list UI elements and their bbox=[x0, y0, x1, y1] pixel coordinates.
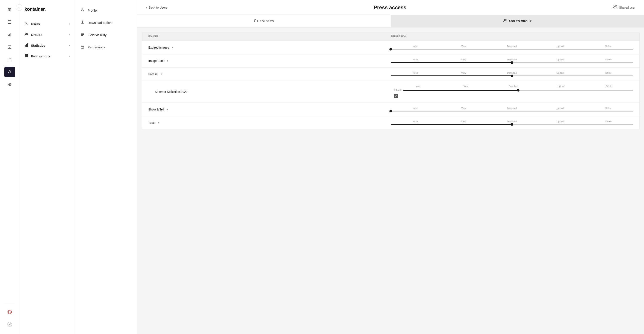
label-upload: Upload bbox=[536, 72, 584, 74]
svg-rect-2 bbox=[10, 33, 12, 36]
add-group-icon bbox=[503, 19, 507, 24]
perm-labels: None View Download Upload Delete bbox=[391, 120, 633, 123]
nav-groups[interactable]: Groups › bbox=[19, 29, 75, 40]
label-view: View bbox=[440, 45, 488, 48]
show-tell-label: Show & Tell bbox=[148, 108, 164, 111]
slider-thumb[interactable] bbox=[511, 61, 513, 64]
gear-icon[interactable]: ⚙ bbox=[4, 79, 15, 90]
perm-labels: None View Download Upload Delete bbox=[391, 72, 633, 74]
list-icon[interactable]: ☰ bbox=[4, 17, 15, 28]
svg-rect-16 bbox=[25, 55, 28, 56]
svg-point-23 bbox=[614, 5, 615, 7]
folders-tab-label: FOLDERS bbox=[260, 20, 274, 23]
label-download: Download bbox=[490, 85, 537, 87]
subnav-profile[interactable]: Profile bbox=[75, 4, 137, 17]
inherit-checkbox[interactable]: ✓ bbox=[394, 94, 398, 98]
slider-track[interactable] bbox=[403, 90, 633, 91]
chart-icon[interactable] bbox=[4, 29, 15, 40]
nav-statistics[interactable]: Statistics › bbox=[19, 40, 75, 51]
slider-track[interactable] bbox=[391, 124, 633, 125]
folder-name-imagebank[interactable]: Image Bank ▶ bbox=[148, 59, 391, 63]
check-icon[interactable]: ☑ bbox=[4, 42, 15, 52]
subnav-download[interactable]: Download options bbox=[75, 17, 137, 29]
collapse-button[interactable]: ‹ bbox=[16, 4, 22, 11]
folder-name-presse[interactable]: Presse ▼ bbox=[148, 72, 391, 76]
slider-thumb[interactable] bbox=[517, 89, 520, 92]
label-download: Download bbox=[488, 72, 536, 74]
table-row: Show & Tell ▶ None View Download Upload … bbox=[142, 103, 640, 116]
svg-rect-17 bbox=[25, 56, 28, 57]
shared-user-label: Shared user bbox=[619, 6, 636, 9]
permission-slider-imagebank[interactable]: None View Download Upload Delete bbox=[391, 58, 633, 63]
inherit-wrap: None View Download Upload Delete Inherit bbox=[394, 85, 633, 98]
label-view: View bbox=[440, 107, 488, 109]
slider-track[interactable] bbox=[391, 75, 633, 76]
col-permission: PERMISSION bbox=[391, 35, 633, 38]
slider-fill bbox=[391, 124, 512, 125]
field-groups-icon bbox=[24, 54, 28, 58]
svg-rect-12 bbox=[25, 45, 26, 47]
slider-track[interactable] bbox=[391, 49, 633, 50]
permission-slider-presse[interactable]: None View Download Upload Delete bbox=[391, 72, 633, 76]
back-link[interactable]: ‹ Back to Users bbox=[146, 6, 168, 9]
help-icon[interactable] bbox=[4, 306, 15, 317]
user-rail-icon[interactable] bbox=[4, 67, 15, 77]
statistics-chevron: › bbox=[69, 44, 70, 47]
briefcase-icon[interactable] bbox=[4, 54, 15, 65]
permission-slider-showandtell[interactable]: None View Download Upload Delete bbox=[391, 107, 633, 112]
top-header: ‹ Back to Users Press access Shared user bbox=[138, 0, 644, 15]
nav-field-groups[interactable]: Field groups › bbox=[19, 51, 75, 62]
grid-icon[interactable]: ⊞ bbox=[4, 4, 15, 15]
permission-slider-tests[interactable]: None View Download Upload Delete bbox=[391, 120, 633, 125]
sommer-label: Sommer Kollektion 2022 bbox=[155, 90, 188, 93]
label-delete: Delete bbox=[584, 72, 632, 74]
inherit-label: Inherit bbox=[394, 89, 401, 92]
folder-name-showandtell[interactable]: Show & Tell ▶ bbox=[148, 108, 391, 111]
slider-thumb[interactable] bbox=[390, 110, 392, 112]
expired-images-label: Expired images bbox=[148, 46, 169, 49]
svg-rect-22 bbox=[81, 46, 84, 48]
slider-track[interactable] bbox=[391, 62, 633, 63]
label-delete: Delete bbox=[585, 85, 632, 87]
label-none: None bbox=[391, 120, 440, 123]
groups-chevron: › bbox=[69, 33, 70, 36]
label-view: View bbox=[440, 120, 488, 123]
tabs-row: FOLDERS ADD TO GROUP bbox=[138, 15, 644, 28]
folder-name-expired[interactable]: Expired images ▶ bbox=[148, 46, 391, 49]
users-chevron: › bbox=[69, 22, 70, 25]
label-none: None bbox=[391, 107, 440, 109]
users-icon bbox=[24, 22, 28, 26]
svg-point-4 bbox=[9, 71, 10, 72]
statistics-icon bbox=[24, 43, 28, 48]
nav-users[interactable]: Users › bbox=[19, 19, 75, 29]
expand-arrow-icon: ▶ bbox=[167, 60, 169, 62]
label-delete: Delete bbox=[584, 58, 632, 61]
slider-thumb[interactable] bbox=[511, 75, 513, 77]
slider-track[interactable] bbox=[391, 111, 633, 112]
folder-table-wrap: FOLDER PERMISSION Expired images ▶ None bbox=[138, 28, 644, 334]
groups-icon bbox=[24, 32, 28, 37]
folder-name-tests[interactable]: Tests ▶ bbox=[148, 121, 391, 124]
account-icon[interactable] bbox=[4, 319, 15, 330]
folders-tab[interactable]: FOLDERS bbox=[138, 15, 391, 27]
permission-slider-expired[interactable]: None View Download Upload Delete bbox=[391, 45, 633, 50]
label-view: View bbox=[440, 58, 488, 61]
folder-name-sommer[interactable]: Sommer Kollektion 2022 bbox=[155, 90, 394, 93]
label-delete: Delete bbox=[584, 45, 632, 48]
table-row: Image Bank ▶ None View Download Upload D… bbox=[142, 54, 640, 68]
subnav-field-visibility[interactable]: Field visibility bbox=[75, 29, 137, 41]
svg-rect-3 bbox=[8, 59, 11, 61]
label-none: None bbox=[391, 58, 440, 61]
slider-fill bbox=[391, 62, 512, 63]
slider-thumb[interactable] bbox=[390, 48, 392, 51]
subnav-field-visibility-label: Field visibility bbox=[88, 33, 106, 37]
table-row: Presse ▼ None View Download Upload Delet… bbox=[142, 68, 640, 81]
svg-point-9 bbox=[26, 22, 27, 23]
label-upload: Upload bbox=[536, 45, 584, 48]
add-to-group-tab[interactable]: ADD TO GROUP bbox=[391, 15, 644, 27]
nav-statistics-label: Statistics bbox=[31, 44, 45, 47]
subnav-permissions[interactable]: Permissions bbox=[75, 41, 137, 53]
label-upload: Upload bbox=[536, 107, 584, 109]
slider-thumb[interactable] bbox=[511, 123, 513, 126]
nav-users-label: Users bbox=[31, 22, 40, 26]
